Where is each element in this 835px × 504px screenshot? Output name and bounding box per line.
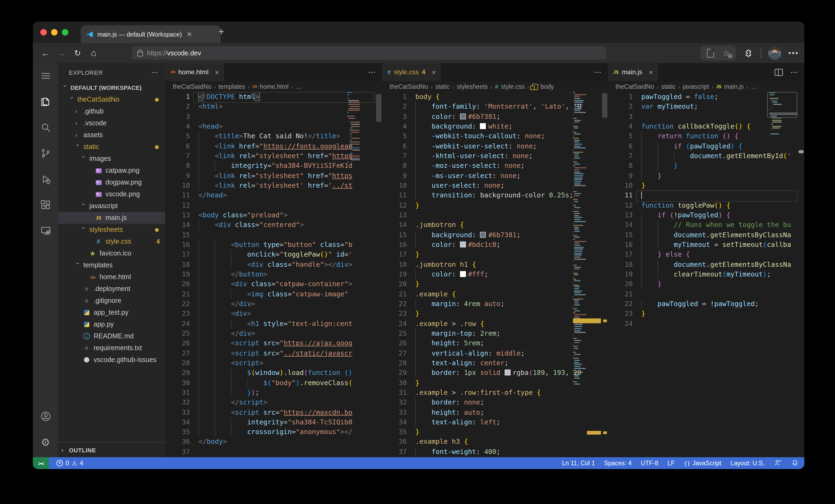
scrollbar-slider[interactable] <box>798 150 804 153</box>
tree-item-static[interactable]: ›static <box>58 141 165 153</box>
breadcrumb[interactable]: theCatSaidNo›static›stylesheets›#style.c… <box>382 81 608 92</box>
forward-icon[interactable]: → <box>53 48 69 58</box>
source-control-icon[interactable] <box>33 140 58 166</box>
notifications-bell-icon[interactable] <box>791 459 799 468</box>
close-tab-icon[interactable]: ✕ <box>187 30 192 38</box>
tree-item-javascript[interactable]: ›javascript <box>58 200 165 212</box>
remote-indicator[interactable]: >< <box>33 457 49 469</box>
tree-item-requirements.txt[interactable]: ≡requirements.txt <box>58 342 165 354</box>
account-icon[interactable] <box>33 403 58 429</box>
tree-item-.gitignore[interactable]: ≡.gitignore <box>58 295 165 307</box>
search-icon[interactable] <box>33 114 58 140</box>
overview-ruler[interactable] <box>375 92 382 457</box>
feedback-icon[interactable] <box>774 459 782 468</box>
breadcrumb-item[interactable]: theCatSaidNo <box>615 83 654 90</box>
editor-more-icon[interactable]: ⋯ <box>594 68 602 77</box>
split-editor-icon[interactable] <box>775 68 783 76</box>
new-tab-button[interactable]: + <box>219 26 224 38</box>
breadcrumb-item[interactable]: theCatSaidNo <box>389 83 428 90</box>
minimap[interactable] <box>573 92 601 457</box>
browser-tab[interactable]: main.js — default (Workspace) ✕ <box>81 25 221 43</box>
close-tab-icon[interactable]: × <box>215 68 219 76</box>
extensions-icon[interactable] <box>33 192 58 218</box>
status-item[interactable]: Layout: U.S. <box>730 460 765 466</box>
code-editor[interactable]: 1pawToggled = false;2var myTimeout;34fun… <box>608 92 805 457</box>
breadcrumb-item[interactable]: static <box>435 83 450 90</box>
window-controls[interactable] <box>40 29 68 36</box>
code-editor[interactable]: 1body {2 font-family: 'Montserrat', 'Lat… <box>382 92 608 457</box>
breadcrumb-item[interactable]: … <box>751 83 757 90</box>
tree-item-.deployment[interactable]: ≡.deployment <box>58 283 165 295</box>
profile-avatar[interactable] <box>769 46 781 59</box>
tree-item-README.md[interactable]: iREADME.md <box>58 330 165 342</box>
scrollbar-slider[interactable] <box>602 93 607 118</box>
minimap[interactable] <box>347 92 375 457</box>
close-tab-icon[interactable]: × <box>649 68 653 76</box>
remote-icon[interactable] <box>33 218 58 244</box>
zoom-window-button[interactable] <box>62 29 68 36</box>
breadcrumb-item[interactable]: theCatSaidNo <box>173 83 211 90</box>
breadcrumb-item[interactable]: templates <box>219 83 245 90</box>
tab-style.css[interactable]: #style.css4× <box>382 63 442 81</box>
status-item[interactable]: Spaces: 4 <box>604 460 632 466</box>
run-debug-icon[interactable] <box>33 166 58 192</box>
tree-item-dogpaw.png[interactable]: dogpaw.png <box>58 176 165 188</box>
explorer-more-icon[interactable]: ⋯ <box>151 68 159 77</box>
tree-item-vscode.github-issues[interactable]: vscode.github-issues <box>58 354 165 366</box>
status-item[interactable]: {}JavaScript <box>684 460 721 466</box>
breadcrumb-item[interactable]: home.html <box>260 83 288 90</box>
menu-icon[interactable] <box>33 63 58 89</box>
tree-item-style.css[interactable]: #style.css4 <box>58 236 165 248</box>
tree-item-.vscode[interactable]: ›.vscode <box>58 117 165 129</box>
tree-item-favicon.ico[interactable]: ★favicon.ico <box>58 248 165 259</box>
settings-icon[interactable]: ⚙ <box>33 429 58 455</box>
minimap[interactable] <box>769 92 797 457</box>
breadcrumb-item[interactable]: … <box>296 83 302 90</box>
tree-item-theCatSaidNo[interactable]: ›theCatSaidNo <box>58 93 165 105</box>
explorer-icon[interactable] <box>33 89 58 114</box>
tree-item-images[interactable]: ›images <box>58 153 165 165</box>
url-text[interactable]: https://vscode.dev <box>147 49 201 57</box>
reload-icon[interactable]: ↻ <box>69 48 85 58</box>
home-icon[interactable]: ⌂ <box>85 48 102 58</box>
tab-main.js[interactable]: JSmain.js× <box>608 63 659 81</box>
tree-item-assets[interactable]: ›assets <box>58 129 165 141</box>
back-icon[interactable]: ← <box>37 48 53 58</box>
breadcrumb-item[interactable]: stylesheets <box>457 83 488 90</box>
breadcrumb-item[interactable]: main.js <box>724 83 744 90</box>
tree-item-main.js[interactable]: JSmain.js <box>58 212 165 224</box>
status-item[interactable]: UTF-8 <box>641 460 658 466</box>
tree-item-app_test.py[interactable]: app_test.py <box>58 307 165 318</box>
problems-status[interactable]: ✕ 0 ⚠ 4 <box>57 460 83 467</box>
breadcrumb[interactable]: theCatSaidNo›templates›<>home.html›… <box>165 81 382 92</box>
extensions-puzzle-icon[interactable] <box>743 48 754 58</box>
editor-more-icon[interactable]: ⋯ <box>368 68 375 77</box>
scrollbar-slider[interactable] <box>376 94 382 122</box>
breadcrumb-item[interactable]: body <box>541 83 554 90</box>
tree-item-app.py[interactable]: app.py <box>58 318 165 330</box>
status-item[interactable]: LF <box>667 460 675 466</box>
breadcrumb-item[interactable]: static <box>661 83 676 90</box>
minimize-window-button[interactable] <box>51 29 58 36</box>
tree-item-home.html[interactable]: <>home.html <box>58 271 165 283</box>
outline-section[interactable]: › OUTLINE <box>58 442 165 457</box>
tree-item-catpaw.png[interactable]: catpaw.png <box>58 165 165 176</box>
workspace-section-header[interactable]: ›DEFAULT (WORKSPACE) <box>58 82 165 93</box>
breadcrumb-item[interactable]: javascript <box>683 83 709 90</box>
tree-item-.github[interactable]: ›.github <box>58 105 165 117</box>
tree-item-stylesheets[interactable]: ›stylesheets <box>58 224 165 236</box>
tree-item-vscode.png[interactable]: vscode.png <box>58 188 165 200</box>
reading-list-icon[interactable] <box>707 49 714 57</box>
address-bar[interactable]: https://vscode.dev <box>132 46 606 60</box>
status-item[interactable]: Ln 11, Col 1 <box>562 460 595 466</box>
browser-menu-icon[interactable]: ••• <box>789 49 799 57</box>
close-window-button[interactable] <box>40 29 47 36</box>
bookmark-add-icon[interactable]: ☆+ <box>722 49 730 57</box>
code-editor[interactable]: 1<!DOCTYPE html>2<html>34<head>5 <title>… <box>165 92 382 457</box>
overview-ruler[interactable] <box>797 92 805 457</box>
overview-ruler[interactable] <box>601 92 608 457</box>
breadcrumb-item[interactable]: style.css <box>501 83 525 90</box>
close-tab-icon[interactable]: × <box>432 68 436 76</box>
scrollbar-slider[interactable] <box>767 92 797 118</box>
editor-more-icon[interactable]: ⋯ <box>790 68 798 77</box>
